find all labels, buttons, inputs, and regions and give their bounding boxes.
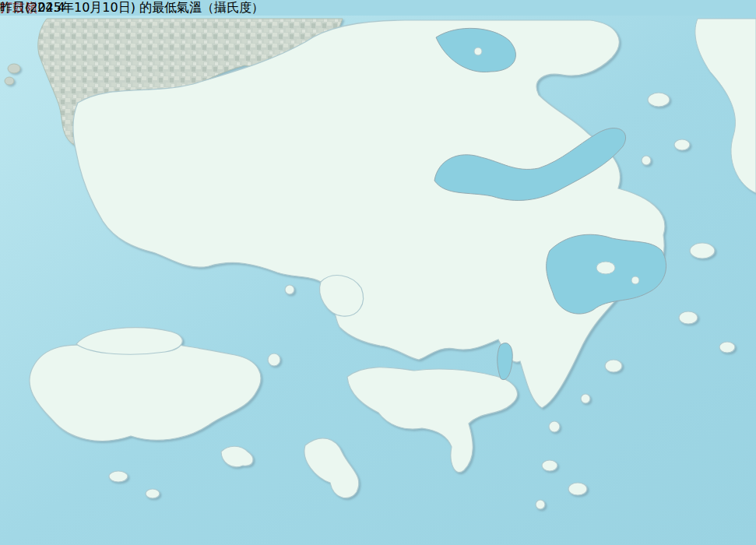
island <box>642 156 651 165</box>
island-soko <box>146 489 160 498</box>
weather-map-stage: 昨日(2025年10月10日) 的最低氣溫（攝氏度） 打鼓嶺24.4上水25.8… <box>0 0 756 545</box>
island <box>719 342 735 353</box>
island <box>631 276 639 284</box>
island <box>648 93 670 107</box>
island <box>679 311 698 324</box>
island <box>536 500 545 509</box>
land-ma-wan <box>285 285 294 294</box>
island <box>674 139 690 150</box>
island <box>690 243 715 258</box>
island-waglan <box>568 483 587 495</box>
title-band: 昨日(2025年10月10日) 的最低氣溫（攝氏度） <box>0 0 756 20</box>
land-peng-chau <box>268 353 280 366</box>
island-soko <box>109 471 128 482</box>
island <box>474 47 482 55</box>
island <box>549 421 560 432</box>
island <box>605 360 622 372</box>
island <box>581 394 590 403</box>
map-title: 昨日(2025年10月10日) 的最低氣溫（攝氏度） <box>0 0 756 16</box>
island <box>8 64 20 73</box>
island <box>5 77 14 85</box>
island-po-toi <box>542 460 557 471</box>
island-kau-sai-chau <box>596 262 615 274</box>
hong-kong-map <box>0 0 756 545</box>
